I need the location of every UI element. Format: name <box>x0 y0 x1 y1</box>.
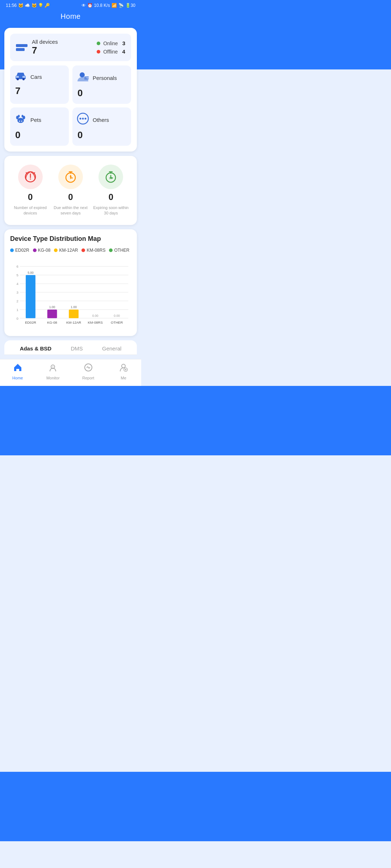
svg-text:0: 0 <box>17 316 18 320</box>
expiry-circle-green: 30 <box>98 165 123 189</box>
nav-item-monitor[interactable]: Monitor <box>40 362 66 380</box>
svg-text:4: 4 <box>17 282 19 286</box>
all-devices-row[interactable]: All devices 7 Online 3 Offline 4 <box>10 34 131 61</box>
svg-point-20 <box>30 179 31 180</box>
chart-area: 01234565.00ED02R1.00KG-081.00KM-12AR0.00… <box>10 258 131 330</box>
status-left: 11:56 🐱 ☁️ 🐱 💡 🔑 <box>6 3 50 8</box>
svg-point-17 <box>82 118 84 120</box>
time: 11:56 <box>6 3 17 8</box>
svg-point-11 <box>18 115 20 118</box>
expiry-item-green: 30 0 Expiring soon within30 days <box>91 165 131 216</box>
chart-card: Device Type Distribution Map ED02R KG-08… <box>4 229 137 336</box>
section-tabs: Adas & BSDDMSGeneral <box>4 340 137 355</box>
svg-text:3: 3 <box>17 290 18 294</box>
eye-icon: 👁 <box>81 3 86 8</box>
section-tab-dms[interactable]: DMS <box>71 345 83 352</box>
all-devices-card: All devices 7 Online 3 Offline 4 <box>4 28 137 152</box>
tile-count: 0 <box>77 88 127 99</box>
tile-count: 0 <box>77 129 127 141</box>
expiry-row: 0 Number of expireddevices 7 0 Due withi… <box>10 162 131 219</box>
legend-label: KG-08 <box>38 248 51 253</box>
legend-item-km-08rs: KM-08RS <box>81 248 105 253</box>
svg-point-55 <box>122 364 125 368</box>
status-right: 👁 ⏰ 10.8 K/s 📶 📡 🔋30 <box>81 3 135 8</box>
signal-icon: 📡 <box>118 3 124 8</box>
device-tile-others[interactable]: Others 0 <box>72 107 131 146</box>
device-tile-personals[interactable]: Personals 0 <box>72 65 131 104</box>
expiry-card: 0 Number of expireddevices 7 0 Due withi… <box>4 156 137 225</box>
legend-label: KM-12AR <box>59 248 78 253</box>
tile-count: 7 <box>14 85 64 97</box>
device-tile-pets[interactable]: Pets 0 <box>10 107 69 146</box>
all-devices-count: 7 <box>32 45 58 56</box>
offline-row: Offline 4 <box>97 48 125 55</box>
legend-item-kg-08: KG-08 <box>33 248 51 253</box>
svg-text:0.00: 0.00 <box>92 314 98 318</box>
monitor-nav-icon <box>48 362 58 375</box>
personals-icon <box>77 71 89 85</box>
tile-label: Others <box>93 117 109 123</box>
tile-icon-label: Personals <box>77 71 127 85</box>
nav-label: Report <box>82 376 94 380</box>
status-bar: 11:56 🐱 ☁️ 🐱 💡 🔑 👁 ⏰ 10.8 K/s 📶 📡 🔋30 <box>0 0 141 9</box>
svg-point-5 <box>80 72 85 77</box>
section-tab-adas--bsd[interactable]: Adas & BSD <box>20 345 52 352</box>
svg-text:KM-08RS: KM-08RS <box>88 320 102 324</box>
expiry-item-red: 0 Number of expireddevices <box>10 165 50 216</box>
devices-icon <box>16 44 28 51</box>
svg-text:2: 2 <box>17 299 18 303</box>
svg-text:6: 6 <box>17 264 18 268</box>
network-speed: 10.8 K/s <box>94 3 110 8</box>
battery: 🔋30 <box>125 3 135 8</box>
page-title: Home <box>0 9 141 28</box>
svg-point-18 <box>85 118 87 120</box>
expiry-label-orange: Due within the nextseven days <box>54 205 88 216</box>
svg-text:1.00: 1.00 <box>71 305 77 309</box>
tile-count: 0 <box>14 129 64 141</box>
legend-dot <box>109 248 113 252</box>
all-devices-info: All devices 7 <box>32 39 58 56</box>
others-icon <box>77 112 89 127</box>
report-nav-icon <box>83 362 93 375</box>
legend-item-km-12ar: KM-12AR <box>54 248 78 253</box>
svg-text:30: 30 <box>109 176 113 180</box>
status-icons: 🐱 ☁️ 🐱 💡 🔑 <box>18 3 50 8</box>
all-devices-left: All devices 7 <box>16 39 58 56</box>
all-devices-status: Online 3 Offline 4 <box>97 40 125 55</box>
bottom-section: Adas & BSDDMSGeneral <box>4 340 137 355</box>
legend-item-ed02r: ED02R <box>10 248 29 253</box>
expiry-count-green: 0 <box>109 192 113 202</box>
section-tab-general[interactable]: General <box>102 345 121 352</box>
expiry-label-red: Number of expireddevices <box>14 205 47 216</box>
legend-item-other: OTHER <box>109 248 129 253</box>
offline-dot <box>97 50 100 54</box>
tile-icon-label: Cars <box>14 71 64 83</box>
tile-icon-label: Pets <box>14 112 64 127</box>
legend-label: OTHER <box>114 248 129 253</box>
device-tile-cars[interactable]: Cars 7 <box>10 65 69 104</box>
svg-point-2 <box>22 78 25 80</box>
chart-legend: ED02R KG-08 KM-12AR KM-08RS OTHER <box>10 248 131 253</box>
svg-rect-45 <box>69 310 79 318</box>
nav-label: Me <box>121 376 126 380</box>
offline-label: Offline <box>103 49 118 55</box>
nav-item-home[interactable]: Home <box>5 362 30 380</box>
legend-dot <box>81 248 85 252</box>
svg-text:0.00: 0.00 <box>114 314 120 318</box>
svg-text:7: 7 <box>70 176 72 180</box>
online-label: Online <box>103 41 118 46</box>
expiry-circle-red <box>18 165 43 189</box>
offline-count: 4 <box>122 48 125 55</box>
svg-text:ED02R: ED02R <box>25 320 36 324</box>
nav-item-report[interactable]: Report <box>76 362 101 380</box>
svg-rect-39 <box>26 275 35 318</box>
legend-dot <box>10 248 14 252</box>
device-type-grid: Cars 7 Personals 0 Pets 0 <box>10 65 131 146</box>
main-content: All devices 7 Online 3 Offline 4 <box>0 28 141 359</box>
online-dot <box>97 42 100 45</box>
svg-point-14 <box>21 121 22 122</box>
nav-bar: Home Monitor Report Me <box>0 359 141 386</box>
nav-label: Monitor <box>46 376 60 380</box>
nav-item-me[interactable]: Me <box>111 362 136 380</box>
svg-text:5.00: 5.00 <box>28 271 34 274</box>
